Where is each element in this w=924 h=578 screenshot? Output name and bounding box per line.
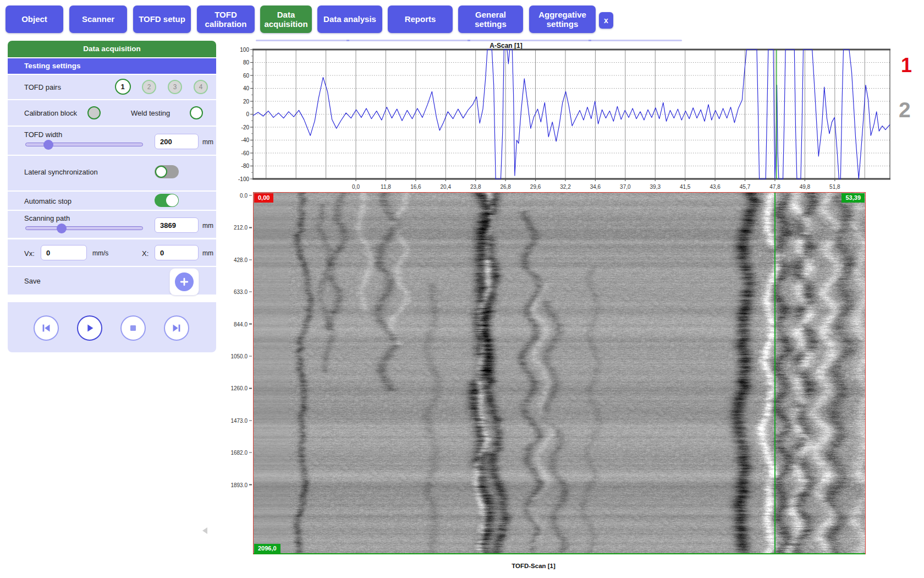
pair-marker-2[interactable]: 2 bbox=[899, 98, 911, 122]
calibration-block-radio[interactable] bbox=[87, 106, 101, 119]
lateral-sync-toggle[interactable] bbox=[155, 165, 179, 178]
tofd-y-tick: 0.0 bbox=[240, 193, 252, 199]
svg-text:37,0: 37,0 bbox=[620, 184, 631, 190]
nav-tab-data-acquisition[interactable]: Data acquisition bbox=[260, 6, 312, 33]
close-button[interactable]: x bbox=[599, 12, 613, 29]
scan-origin-badge: 0,00 bbox=[254, 193, 273, 203]
toggle-knob bbox=[166, 194, 178, 206]
svg-text:100: 100 bbox=[240, 47, 249, 53]
scroll-corner-arrow bbox=[202, 527, 207, 534]
calibration-block-label: Calibration block bbox=[24, 109, 77, 117]
scanning-path-unit: mm bbox=[202, 222, 213, 230]
svg-text:-80: -80 bbox=[241, 163, 250, 169]
ascan-plot[interactable]: 100806040200-20-40-60-80-1000,011,816,62… bbox=[231, 44, 899, 201]
tofd-pair-1-button[interactable]: 1 bbox=[115, 79, 131, 95]
svg-text:49,8: 49,8 bbox=[800, 184, 811, 190]
nav-tab-data-analysis[interactable]: Data analysis bbox=[317, 6, 382, 33]
scan-bottom-border bbox=[254, 553, 865, 555]
svg-text:51,8: 51,8 bbox=[829, 184, 840, 190]
plus-icon bbox=[175, 272, 194, 291]
stop-icon bbox=[127, 322, 139, 334]
tofd-pair-3-button[interactable]: 3 bbox=[168, 80, 182, 94]
svg-text:16,6: 16,6 bbox=[410, 184, 421, 190]
play-button[interactable] bbox=[77, 315, 102, 341]
vx-label: Vx: bbox=[24, 249, 35, 258]
tofd-pairs-label: TOFD pairs bbox=[24, 83, 61, 91]
tofd-pair-4-button[interactable]: 4 bbox=[194, 80, 208, 94]
nav-tab-tofd-setup[interactable]: TOFD setup bbox=[133, 6, 191, 33]
nav-tab-object[interactable]: Object bbox=[6, 6, 63, 33]
tofd-scan-image[interactable]: 0,00 53,39 2096,0 bbox=[253, 192, 866, 554]
skip-back-icon bbox=[40, 322, 52, 334]
skip-to-end-button[interactable] bbox=[164, 315, 189, 341]
vx-unit: mm/s bbox=[92, 249, 108, 257]
svg-text:20: 20 bbox=[243, 99, 250, 105]
tofd-scan-canvas[interactable] bbox=[254, 193, 865, 554]
tofd-y-tick: 1473.0 bbox=[230, 417, 252, 423]
scanning-path-label: Scanning path bbox=[24, 214, 70, 222]
automatic-stop-toggle[interactable] bbox=[155, 194, 179, 207]
tofd-width-unit: mm bbox=[202, 138, 213, 146]
tofd-y-tick: 633.0 bbox=[234, 289, 252, 295]
skip-to-start-button[interactable] bbox=[34, 315, 59, 341]
weld-testing-label: Weld testing bbox=[131, 109, 170, 117]
scan-max-x-badge: 53,39 bbox=[842, 193, 865, 203]
play-icon bbox=[84, 322, 96, 334]
scanning-path-input[interactable] bbox=[155, 217, 199, 233]
weld-testing-radio[interactable] bbox=[190, 106, 203, 119]
svg-text:-20: -20 bbox=[241, 124, 250, 130]
toggle-knob bbox=[155, 166, 167, 178]
svg-text:40: 40 bbox=[243, 85, 250, 91]
svg-text:39,3: 39,3 bbox=[650, 184, 661, 190]
stop-button[interactable] bbox=[120, 315, 146, 341]
splitter-dot bbox=[346, 40, 349, 41]
svg-text:41,5: 41,5 bbox=[680, 184, 691, 190]
pair-marker-1[interactable]: 1 bbox=[901, 54, 912, 77]
tofd-pair-2-button[interactable]: 2 bbox=[142, 80, 156, 94]
tofd-y-tick: 1893.0 bbox=[230, 482, 252, 488]
svg-text:0,0: 0,0 bbox=[352, 184, 360, 190]
add-save-button[interactable] bbox=[169, 268, 199, 296]
nav-tab-aggregative-settings[interactable]: Aggregative settings bbox=[529, 6, 596, 33]
svg-text:-100: -100 bbox=[238, 176, 249, 182]
scanning-path-slider[interactable] bbox=[25, 226, 143, 230]
tofd-y-tick: 844.0 bbox=[234, 321, 252, 327]
nav-tab-scanner[interactable]: Scanner bbox=[69, 6, 127, 33]
scan-cursor-line[interactable] bbox=[774, 193, 776, 554]
svg-text:43,6: 43,6 bbox=[710, 184, 721, 190]
save-label: Save bbox=[24, 277, 41, 285]
scan-max-y-badge: 2096,0 bbox=[254, 544, 280, 553]
tofd-width-slider[interactable] bbox=[25, 143, 143, 146]
skip-forward-icon bbox=[170, 322, 183, 334]
sidebar-panel-title: Data acquisition bbox=[8, 41, 216, 57]
svg-text:60: 60 bbox=[243, 73, 250, 79]
tofd-y-tick: 1050.0 bbox=[230, 353, 252, 359]
svg-text:11,8: 11,8 bbox=[381, 184, 391, 190]
lateral-sync-label: Lateral synchronization bbox=[24, 168, 98, 176]
nav-tab-tofd-calibration[interactable]: TOFD calibration bbox=[197, 6, 255, 33]
tofd-scan-title: TOFD-Scan [1] bbox=[220, 563, 847, 569]
splitter-dot bbox=[468, 40, 470, 41]
tofd-y-tick: 212.0 bbox=[234, 225, 252, 231]
tofd-y-tick: 428.0 bbox=[234, 257, 252, 263]
tofd-width-label: TOFD width bbox=[24, 130, 62, 139]
vx-input[interactable] bbox=[41, 245, 87, 260]
app-window: ObjectScannerTOFD setupTOFD calibrationD… bbox=[0, 0, 924, 578]
nav-tab-reports[interactable]: Reports bbox=[388, 6, 453, 33]
svg-text:23,8: 23,8 bbox=[470, 184, 481, 190]
tofd-scan-y-axis: 0.0212.0428.0633.0844.01050.01260.01473.… bbox=[218, 192, 252, 555]
tofd-pairs-selector: 1234 bbox=[113, 78, 212, 96]
tofd-width-input[interactable] bbox=[155, 134, 199, 149]
svg-text:34,6: 34,6 bbox=[590, 184, 601, 190]
sidebar-section-testing-settings: Testing settings bbox=[8, 58, 216, 74]
x-input[interactable] bbox=[155, 245, 199, 260]
nav-tab-general-settings[interactable]: General settings bbox=[458, 6, 523, 33]
svg-text:-40: -40 bbox=[241, 137, 250, 143]
svg-text:80: 80 bbox=[243, 59, 250, 66]
scanning-path-slider-thumb[interactable] bbox=[57, 223, 67, 233]
automatic-stop-label: Automatic stop bbox=[24, 197, 72, 205]
svg-text:-60: -60 bbox=[241, 150, 250, 156]
svg-text:20,4: 20,4 bbox=[441, 184, 452, 190]
svg-text:26,8: 26,8 bbox=[500, 184, 511, 190]
tofd-y-tick: 1260.0 bbox=[230, 385, 252, 391]
